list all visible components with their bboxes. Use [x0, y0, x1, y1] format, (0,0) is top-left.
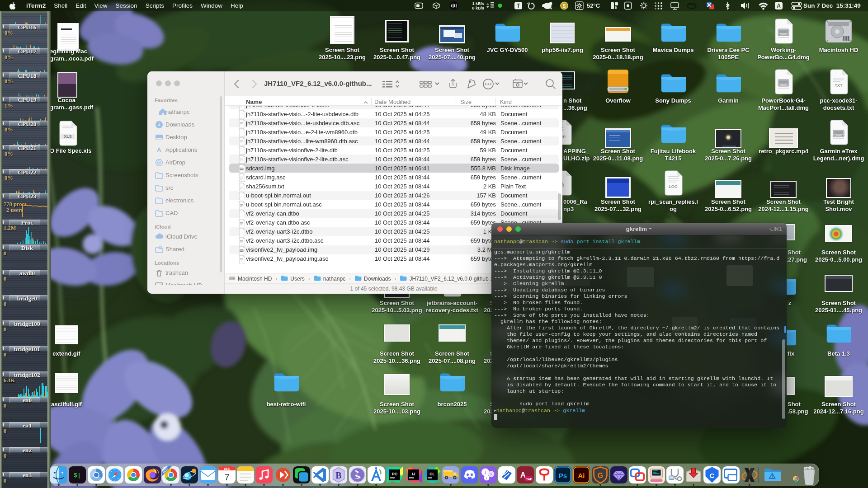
svg-text:CPU23: CPU23 — [18, 193, 36, 200]
svg-text:LOG: LOG — [669, 184, 678, 189]
svg-text:0%: 0% — [5, 175, 13, 181]
svg-text:nathanpc: nathanpc — [165, 108, 190, 115]
svg-text:0: 0 — [4, 428, 6, 434]
svg-text:IJ: IJ — [412, 472, 415, 476]
svg-text:T: T — [517, 3, 520, 9]
svg-text:0%: 0% — [5, 151, 13, 157]
svg-text:DEC: DEC — [224, 467, 230, 470]
svg-text:0: 0 — [4, 352, 6, 358]
svg-text:en3: en3 — [23, 472, 32, 479]
svg-text:bridge102: bridge102 — [14, 371, 40, 378]
svg-text:1%: 1% — [5, 103, 13, 109]
svg-text:Shared: Shared — [165, 246, 184, 253]
svg-text:Locations: Locations — [155, 260, 179, 266]
svg-text:CAD: CAD — [525, 478, 532, 481]
svg-text:0: 0 — [4, 326, 6, 333]
svg-text:Screenshots: Screenshots — [165, 172, 198, 178]
svg-text:CPU16: CPU16 — [18, 24, 36, 31]
svg-text:XLS: XLS — [64, 134, 72, 139]
svg-text:Desktop: Desktop — [165, 134, 187, 141]
svg-text:B: B — [335, 470, 341, 480]
svg-text:CAD: CAD — [165, 210, 178, 216]
svg-text:0: 0 — [4, 478, 6, 484]
svg-text:bridge100: bridge100 — [14, 320, 40, 327]
svg-text:CPU17: CPU17 — [18, 48, 36, 55]
svg-text:en2: en2 — [23, 447, 32, 454]
svg-text:CL: CL — [429, 472, 434, 476]
svg-text:6.1K: 6.1K — [4, 377, 15, 384]
svg-text:Ps: Ps — [559, 472, 567, 479]
svg-text:CPU18: CPU18 — [18, 72, 36, 79]
svg-text:A: A — [777, 3, 781, 9]
svg-text:0: 0 — [4, 250, 6, 257]
svg-text:Applications: Applications — [165, 146, 198, 153]
svg-text:CPU21: CPU21 — [18, 145, 36, 151]
svg-text:en0: en0 — [23, 397, 32, 404]
svg-text:0%: 0% — [5, 54, 13, 61]
svg-text:trashcan: trashcan — [165, 269, 188, 276]
svg-text:A: A — [157, 146, 162, 154]
svg-text:CPU19: CPU19 — [18, 96, 36, 103]
svg-text:CPU22: CPU22 — [18, 169, 36, 176]
svg-text:C: C — [710, 472, 715, 479]
svg-text:0: 0 — [4, 276, 6, 282]
svg-text:electronics: electronics — [165, 197, 194, 204]
svg-text:$|: $| — [74, 472, 81, 479]
svg-text:AirDrop: AirDrop — [165, 159, 185, 166]
svg-text:Downloads: Downloads — [165, 121, 195, 128]
svg-text:7: 7 — [224, 472, 230, 482]
svg-text:0: 0 — [4, 301, 6, 307]
svg-text:1.2M: 1.2M — [4, 225, 16, 231]
svg-text:2 users: 2 users — [6, 207, 23, 213]
svg-text:iCloud Drive: iCloud Drive — [165, 233, 198, 240]
svg-text:bridge0: bridge0 — [17, 295, 38, 302]
svg-text:Proc: Proc — [21, 219, 33, 226]
svg-text:TXT: TXT — [835, 83, 843, 88]
svg-text:8 kB/s: 8 kB/s — [472, 6, 484, 10]
svg-text:awdl0: awdl0 — [19, 270, 35, 277]
svg-text:Disk: Disk — [21, 244, 33, 251]
svg-text:A: A — [520, 471, 526, 479]
svg-text:0%: 0% — [5, 127, 13, 133]
svg-text:bridge101: bridge101 — [14, 346, 40, 352]
svg-text:0: 0 — [4, 453, 6, 459]
svg-text:0%: 0% — [5, 78, 13, 84]
svg-text:G: G — [598, 472, 603, 479]
svg-text:1 kB/s: 1 kB/s — [472, 1, 484, 6]
svg-text:Macintosh HD: Macintosh HD — [165, 282, 203, 285]
svg-text:Favorites: Favorites — [155, 98, 178, 103]
svg-text:Ai: Ai — [578, 472, 585, 479]
svg-text:x: x — [491, 472, 492, 476]
svg-text:src: src — [165, 184, 174, 191]
svg-text:778 procs: 778 procs — [4, 201, 27, 207]
svg-text:PC: PC — [392, 472, 397, 476]
svg-text:0%: 0% — [5, 30, 13, 36]
svg-text:iCloud: iCloud — [155, 224, 171, 230]
svg-text:S: S — [562, 3, 566, 9]
svg-text:CPU20: CPU20 — [18, 121, 36, 127]
svg-text:en1: en1 — [23, 422, 32, 429]
svg-text:52°C: 52°C — [587, 2, 600, 9]
svg-text:0: 0 — [4, 403, 6, 409]
